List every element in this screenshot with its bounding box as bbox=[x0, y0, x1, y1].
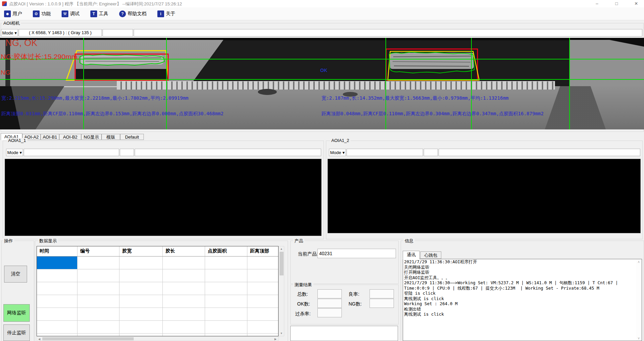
results-group-label: 测量结果 bbox=[293, 282, 313, 288]
table-vscrollbar[interactable]: ▲ ▼ bbox=[279, 246, 284, 336]
log-line: 2021/7/29 11:36:30:AOI程序打开 bbox=[403, 259, 642, 265]
scroll-left-icon[interactable]: ◀ bbox=[37, 338, 41, 341]
scroll-right-icon[interactable]: ▶ bbox=[273, 338, 277, 341]
ng-reason-text: NG:胶体过长:15.290mm, bbox=[1, 52, 79, 62]
table-row[interactable] bbox=[37, 269, 278, 282]
info-icon: i bbox=[157, 10, 164, 17]
camera-group-label: AOI相机 bbox=[2, 20, 21, 26]
toolbar-button-debug[interactable]: ⚒ 调试 bbox=[61, 9, 80, 19]
vscroll-thumb[interactable] bbox=[280, 252, 284, 275]
tab-ng-display[interactable]: NG显示 bbox=[81, 134, 102, 140]
log-line: Time:0:0:9 | CPU:0 | 线程数:67 | 提交大小:123M … bbox=[403, 286, 642, 291]
table-row[interactable] bbox=[37, 308, 278, 321]
user-icon: ☻ bbox=[4, 10, 11, 17]
toolbar-label: 调试 bbox=[70, 11, 80, 17]
panel-aoia1-1-label: AOIA1_1 bbox=[7, 138, 27, 143]
scroll-down-icon[interactable]: ▼ bbox=[279, 332, 284, 335]
table-row[interactable] bbox=[37, 295, 278, 308]
log-line: 关闭网络监听 bbox=[403, 265, 642, 270]
left-stats-line2: 距离顶部0.031mm,距离CF层0.110mm,距离左边界0.153mm,距离… bbox=[1, 111, 223, 117]
panel1-image-view[interactable] bbox=[5, 159, 321, 236]
ng-flag-text: NG bbox=[1, 69, 10, 76]
yield-label: 良率: bbox=[349, 291, 359, 297]
log-line: 2021/7/29 11:36:30——>Working Set: VM:523… bbox=[403, 280, 642, 286]
selected-cell[interactable] bbox=[37, 257, 77, 269]
help-icon: ? bbox=[119, 10, 126, 17]
current-product-input[interactable] bbox=[317, 249, 396, 258]
camera-image-view[interactable]: NG, OK NG:胶体过长:15.290mm, NG OK 宽:2.215mm… bbox=[0, 38, 644, 129]
column-header-id[interactable]: 编号 bbox=[77, 246, 119, 256]
stop-listen-button[interactable]: 停止监听 bbox=[3, 324, 30, 341]
panel1-status-box-1 bbox=[24, 149, 119, 156]
ng-count-input[interactable] bbox=[370, 299, 394, 308]
tab-communication[interactable]: 通讯 bbox=[403, 251, 420, 259]
tab-template[interactable]: 模版 bbox=[102, 134, 120, 140]
column-header-glue-area[interactable]: 点胶面积 bbox=[205, 246, 247, 256]
column-header-top-distance[interactable]: 距离顶部 bbox=[247, 246, 278, 256]
info-group-label: 信息 bbox=[403, 238, 415, 244]
column-header-time[interactable]: 时间 bbox=[37, 246, 77, 256]
camera-pixel-status: ( X 6568, Y 1463 ) : ( Gray 135 ) bbox=[19, 29, 102, 36]
overkill-input[interactable] bbox=[317, 308, 342, 317]
left-stats-line1: 宽:2.215mm,长:15.290mm,最大胶宽:2.2218mm,最小:1.… bbox=[1, 95, 188, 101]
toolbar-button-about[interactable]: i 关于 bbox=[157, 9, 176, 19]
data-display-group-label: 数据显示 bbox=[38, 238, 58, 244]
clear-button[interactable]: 清空 bbox=[4, 266, 27, 283]
toolbar-button-function[interactable]: ⚙ 功能 bbox=[32, 9, 51, 19]
maximize-button[interactable]: □ bbox=[609, 0, 624, 7]
table-row[interactable] bbox=[37, 282, 278, 295]
toolbar-label: 功能 bbox=[41, 11, 51, 17]
tab-heartbeat[interactable]: 心跳包 bbox=[420, 251, 441, 259]
main-toolbar: ☻ 用户 ⚙ 功能 ⚒ 调试 T 工具 ? 帮助文档 i 关于 bbox=[0, 7, 644, 20]
log-scroll-down-icon[interactable]: ∨ bbox=[636, 336, 642, 340]
panel1-mode-dropdown[interactable]: Mode ▾ bbox=[6, 149, 23, 156]
toolbar-button-user[interactable]: ☻ 用户 bbox=[3, 9, 23, 19]
network-listen-button[interactable]: 网络监听 bbox=[3, 304, 30, 322]
scroll-up-icon[interactable]: ▲ bbox=[279, 247, 284, 250]
product-group bbox=[290, 241, 399, 284]
communication-log[interactable]: 2021/7/29 11:36:30:AOI程序打开 关闭网络监听 打开网络监听… bbox=[403, 259, 642, 341]
panel2-mode-dropdown[interactable]: Mode ▾ bbox=[329, 149, 346, 156]
camera-mode-dropdown[interactable]: Mode ▾ bbox=[1, 29, 18, 36]
tab-aoi-b2[interactable]: AOI-B2 bbox=[59, 134, 81, 140]
panel2-status-box-2 bbox=[424, 149, 438, 156]
tool-icon: T bbox=[90, 10, 97, 17]
gear-icon: ⚙ bbox=[33, 10, 40, 17]
title-bar: 点胶AOI [ Version : 1.0.0.9 ] 程序 【当前用户: En… bbox=[0, 0, 644, 8]
table-row[interactable] bbox=[37, 257, 278, 269]
log-line: 离线测试 is click bbox=[403, 296, 642, 301]
toolbar-button-help[interactable]: ? 帮助文档 bbox=[118, 9, 147, 19]
log-scrollbar[interactable]: ∧ ∨ bbox=[636, 259, 642, 341]
mode-label: Mode bbox=[7, 150, 18, 155]
app-icon bbox=[2, 1, 7, 6]
hscroll-thumb[interactable] bbox=[42, 337, 134, 340]
close-button[interactable]: ✕ bbox=[628, 0, 644, 7]
tab-default[interactable]: Default bbox=[120, 134, 144, 140]
glue-strip-left bbox=[81, 55, 164, 65]
log-line: 打开网络监听 bbox=[403, 270, 642, 275]
tab-aoi-b1[interactable]: AOI-B1 bbox=[41, 134, 59, 140]
ok-count-input[interactable] bbox=[317, 299, 342, 308]
chevron-down-icon: ▾ bbox=[20, 150, 22, 155]
total-label: 总数: bbox=[297, 291, 308, 297]
camera-status-box-3 bbox=[134, 29, 642, 36]
mode-label: Mode bbox=[2, 30, 13, 35]
column-header-glue-length[interactable]: 胶长 bbox=[163, 246, 205, 256]
ok-count-label: OK数: bbox=[297, 301, 310, 307]
toolbar-label: 帮助文档 bbox=[128, 11, 147, 17]
chevron-down-icon: ▾ bbox=[342, 150, 345, 155]
toolbar-button-tools[interactable]: T 工具 bbox=[90, 9, 109, 19]
yield-input[interactable] bbox=[370, 289, 394, 298]
log-scroll-up-icon[interactable]: ∧ bbox=[636, 260, 642, 264]
app-window: 点胶AOI [ Version : 1.0.0.9 ] 程序 【当前用户: En… bbox=[0, 0, 644, 341]
panel-aoia1-2-label: AOIA1_2 bbox=[330, 138, 351, 143]
minimize-button[interactable]: – bbox=[589, 0, 605, 7]
panel1-status-box-2 bbox=[120, 149, 134, 156]
product-group-label: 产品 bbox=[293, 238, 305, 244]
table-row[interactable] bbox=[37, 321, 278, 334]
table-hscrollbar[interactable]: ◀ ▶ bbox=[37, 336, 279, 341]
panel2-image-view[interactable] bbox=[328, 159, 641, 233]
column-header-glue-width[interactable]: 胶宽 bbox=[119, 246, 163, 256]
table-row[interactable] bbox=[37, 334, 278, 336]
total-input[interactable] bbox=[317, 289, 342, 298]
